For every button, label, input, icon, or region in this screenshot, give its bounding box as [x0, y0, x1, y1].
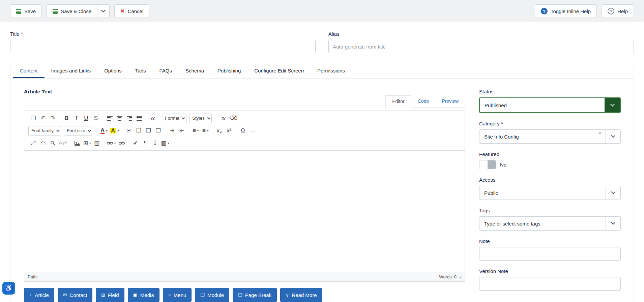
align-left-button[interactable]: [105, 113, 115, 123]
cancel-button[interactable]: ✖ Cancel: [114, 4, 149, 18]
access-dropdown-toggle[interactable]: [606, 186, 620, 200]
subscript-button[interactable]: x₂: [214, 126, 224, 135]
special-character-button[interactable]: Ω: [238, 126, 248, 135]
help-button[interactable]: ? Help: [602, 4, 634, 18]
font-size-select[interactable]: Font size: [64, 126, 92, 135]
search-button[interactable]: [48, 138, 58, 148]
italic-button[interactable]: I: [71, 113, 81, 123]
tab-publishing[interactable]: Publishing: [211, 63, 247, 78]
save-icon: [16, 9, 21, 14]
font-family-select[interactable]: Font family: [28, 126, 61, 135]
insert-article-button[interactable]: +Article: [24, 288, 54, 302]
accessibility-widget-button[interactable]: ♿: [2, 282, 15, 295]
tab-editor[interactable]: Editor: [385, 95, 411, 108]
strikethrough-button[interactable]: S: [91, 113, 101, 123]
alias-input[interactable]: [328, 40, 634, 53]
redo-button[interactable]: ↷: [48, 113, 58, 123]
insert-menu-button[interactable]: ≡Menu: [163, 288, 192, 302]
bullet-list-button[interactable]: ≡▾: [201, 126, 210, 135]
format-select[interactable]: Format: [162, 114, 186, 123]
align-justify-icon: [137, 116, 142, 121]
cancel-label: Cancel: [128, 8, 144, 14]
spellcheck-button[interactable]: ✔: [130, 138, 140, 148]
decrease-indent-button[interactable]: ⇤: [177, 126, 187, 135]
tab-tabs[interactable]: Tabs: [128, 63, 153, 78]
tab-preview[interactable]: Preview: [435, 95, 465, 108]
new-document-button[interactable]: ❏: [28, 113, 38, 123]
print-button[interactable]: ⎙: [38, 138, 48, 148]
note-input[interactable]: [479, 247, 621, 261]
tags-select[interactable]: Type or select some tags: [479, 216, 621, 231]
note-field-group: Note: [479, 238, 621, 261]
content-tabs: Content Images and Links Options Tabs FA…: [10, 63, 634, 79]
undo-button[interactable]: ↶: [38, 113, 48, 123]
numbered-list-button[interactable]: ≡▾: [191, 126, 201, 135]
save-and-close-button[interactable]: Save & Close: [47, 4, 97, 18]
insert-template-button[interactable]: ↧: [150, 138, 160, 148]
paste-button[interactable]: ❒: [144, 126, 153, 135]
grid-options-button[interactable]: ▦▾: [160, 138, 170, 148]
unlink-button[interactable]: [117, 138, 126, 148]
superscript-button[interactable]: x²: [224, 126, 234, 135]
paste-as-text-button[interactable]: ❒: [153, 126, 163, 135]
article-editor-column: Article Text Editor Code Preview ❏: [24, 89, 465, 302]
tab-schema[interactable]: Schema: [179, 63, 211, 78]
paragraph-marks-button[interactable]: ¶: [140, 138, 150, 148]
outdent-icon: ⇤: [179, 127, 184, 134]
align-justify-button[interactable]: [134, 113, 144, 123]
tab-images-and-links[interactable]: Images and Links: [45, 63, 98, 78]
copy-button[interactable]: ❐: [134, 126, 144, 135]
toggle-inline-help-button[interactable]: ? Toggle Inline Help: [535, 4, 597, 18]
underline-button[interactable]: U: [81, 113, 91, 123]
featured-toggle[interactable]: [479, 160, 496, 169]
blockquote-button[interactable]: “: [148, 113, 158, 123]
accessibility-icon: ♿: [4, 284, 13, 292]
version-note-input[interactable]: [479, 277, 621, 291]
align-center-button[interactable]: [115, 113, 124, 123]
editor-status-bar: Path: Words: 0 ◢: [24, 272, 465, 281]
tab-options[interactable]: Options: [97, 63, 128, 78]
access-select[interactable]: Public: [479, 186, 621, 200]
find-replace-button[interactable]: A⇄: [58, 138, 68, 148]
insert-field-button[interactable]: ⊞Field: [96, 288, 124, 302]
styles-select[interactable]: Styles: [189, 114, 212, 123]
status-select[interactable]: Published: [479, 97, 621, 113]
insert-contact-button[interactable]: ✉Contact: [58, 288, 92, 302]
highlight-color-button[interactable]: A▾: [109, 126, 120, 135]
increase-indent-button[interactable]: ⇥: [167, 126, 177, 135]
fullscreen-icon: ⤢: [31, 140, 36, 147]
text-color-button[interactable]: A▾: [99, 126, 109, 135]
horizontal-rule-button[interactable]: —: [248, 126, 258, 135]
source-code-button[interactable]: ▤: [92, 138, 102, 148]
clear-selection-icon[interactable]: ×: [598, 130, 602, 143]
align-right-button[interactable]: [124, 113, 134, 123]
cut-button[interactable]: ✂: [124, 126, 134, 135]
tab-content[interactable]: Content: [13, 63, 45, 78]
tab-permissions[interactable]: Permissions: [311, 63, 352, 78]
insert-module-button[interactable]: ❒Module: [195, 288, 229, 302]
bold-button[interactable]: B: [62, 113, 71, 123]
tab-code[interactable]: Code: [411, 95, 435, 108]
category-dropdown-toggle[interactable]: [606, 130, 620, 143]
insert-table-button[interactable]: ⊞▾: [82, 138, 92, 148]
status-dropdown-toggle[interactable]: [605, 98, 620, 112]
tab-configure-edit-screen[interactable]: Configure Edit Screen: [247, 63, 311, 78]
insert-link-button[interactable]: ▾: [106, 138, 117, 148]
insert-page-break-button[interactable]: ❐Page Break: [233, 288, 277, 302]
fullscreen-button[interactable]: ⤢: [28, 138, 38, 148]
italic-icon: I: [76, 115, 78, 122]
save-button[interactable]: Save: [10, 4, 42, 18]
insert-media-button[interactable]: ▣Media: [128, 288, 159, 302]
tab-faqs[interactable]: FAQs: [153, 63, 179, 78]
category-select[interactable]: Site Info Config ×: [479, 129, 621, 144]
clear-formatting-button[interactable]: ⌫: [228, 113, 238, 123]
resize-handle-icon[interactable]: ◢: [459, 275, 461, 279]
title-input[interactable]: [10, 40, 316, 53]
save-options-dropdown-toggle[interactable]: [97, 4, 110, 18]
insert-read-more-button[interactable]: ∨Read More: [280, 288, 322, 302]
tags-dropdown-toggle[interactable]: [606, 217, 620, 230]
insert-image-button[interactable]: [72, 138, 82, 148]
chevron-down-icon: ▾: [117, 129, 119, 132]
editor-content-area[interactable]: [24, 151, 465, 272]
remove-format-button[interactable]: Ix: [218, 113, 228, 123]
